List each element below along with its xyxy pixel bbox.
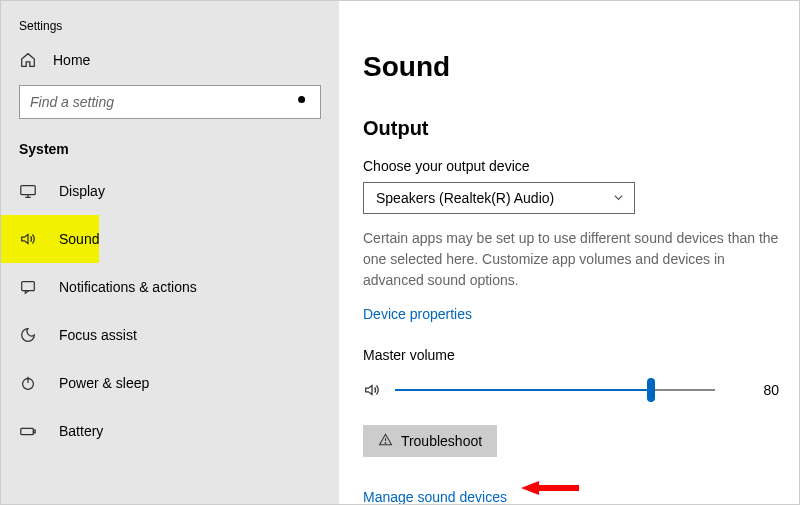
master-volume-row: 80 <box>363 381 783 399</box>
notifications-icon <box>19 278 37 296</box>
sidebar-item-display[interactable]: Display <box>1 167 339 215</box>
chevron-down-icon <box>613 192 624 205</box>
svg-marker-7 <box>521 481 579 495</box>
content: Sound Output Choose your output device S… <box>339 1 799 504</box>
warning-icon <box>378 432 393 450</box>
output-device-selected: Speakers (Realtek(R) Audio) <box>376 190 554 206</box>
output-device-select[interactable]: Speakers (Realtek(R) Audio) <box>363 182 635 214</box>
nav-list: Display Sound Notifications & actions Fo… <box>1 167 339 455</box>
svg-rect-4 <box>21 428 34 434</box>
battery-icon <box>19 422 37 440</box>
sidebar-item-sound[interactable]: Sound <box>1 215 99 263</box>
sidebar-home[interactable]: Home <box>1 41 339 85</box>
master-volume-label: Master volume <box>363 347 783 363</box>
sidebar-home-label: Home <box>53 52 90 68</box>
sidebar-item-label: Power & sleep <box>59 375 149 391</box>
home-icon <box>19 51 37 69</box>
annotation-arrow-icon <box>521 478 581 502</box>
sidebar: Settings Home System Display <box>1 1 339 504</box>
power-icon <box>19 374 37 392</box>
volume-slider-fill <box>395 389 651 391</box>
troubleshoot-button[interactable]: Troubleshoot <box>363 425 497 457</box>
sidebar-item-focus[interactable]: Focus assist <box>1 311 339 359</box>
svg-rect-5 <box>33 430 35 433</box>
sidebar-item-battery[interactable]: Battery <box>1 407 339 455</box>
sidebar-item-label: Battery <box>59 423 103 439</box>
page-title: Sound <box>363 51 783 83</box>
focus-icon <box>19 326 37 344</box>
sidebar-item-label: Display <box>59 183 105 199</box>
volume-slider-thumb[interactable] <box>647 378 655 402</box>
sidebar-item-label: Focus assist <box>59 327 137 343</box>
search-icon <box>296 94 310 111</box>
device-properties-link[interactable]: Device properties <box>363 306 472 322</box>
sidebar-item-label: Sound <box>59 231 99 247</box>
troubleshoot-label: Troubleshoot <box>401 433 482 449</box>
output-device-label: Choose your output device <box>363 158 783 174</box>
output-helper-text: Certain apps may be set up to use differ… <box>363 228 783 291</box>
sidebar-heading: System <box>1 137 339 167</box>
sidebar-item-power[interactable]: Power & sleep <box>1 359 339 407</box>
search-input[interactable] <box>30 94 296 110</box>
app-title: Settings <box>1 19 339 41</box>
sidebar-item-notifications[interactable]: Notifications & actions <box>1 263 339 311</box>
volume-value: 80 <box>763 382 783 398</box>
volume-icon[interactable] <box>363 381 381 399</box>
display-icon <box>19 182 37 200</box>
search-input-wrap[interactable] <box>19 85 321 119</box>
svg-point-0 <box>298 96 305 103</box>
svg-rect-1 <box>21 186 35 195</box>
svg-rect-2 <box>22 282 35 291</box>
svg-point-6 <box>385 442 386 443</box>
volume-slider[interactable] <box>395 389 715 391</box>
manage-sound-devices-link[interactable]: Manage sound devices <box>363 489 507 505</box>
output-section-title: Output <box>363 117 783 140</box>
sound-icon <box>19 230 37 248</box>
sidebar-item-label: Notifications & actions <box>59 279 197 295</box>
